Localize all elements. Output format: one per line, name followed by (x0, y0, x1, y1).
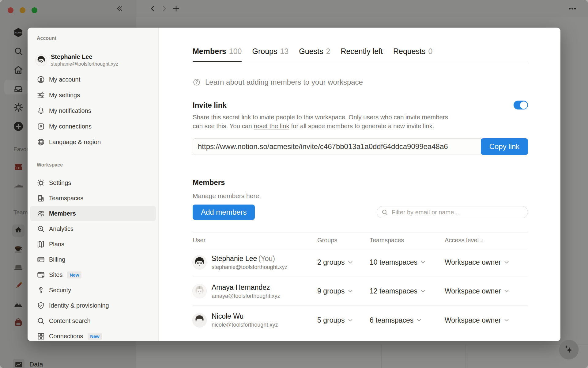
grid-squares-icon (37, 332, 45, 340)
tab-recently-left[interactable]: Recently left (341, 47, 383, 62)
chevron-down-icon (421, 290, 425, 293)
table-row: Stephanie Lee (You) stephanie@toolsforth… (193, 248, 528, 277)
chevron-down-icon (348, 261, 352, 264)
chevron-down-icon (504, 290, 509, 293)
members-section-subtitle: Manage members here. (193, 192, 528, 200)
sidebar-item-my-connections[interactable]: My connections (30, 119, 156, 134)
column-header-user[interactable]: User (193, 237, 317, 244)
avatar (193, 313, 206, 327)
sidebar-item-sites[interactable]: Sites New (30, 267, 156, 282)
shield-check-icon (37, 301, 45, 310)
credit-card-icon (37, 255, 45, 264)
groups-dropdown[interactable]: 5 groups (317, 316, 370, 324)
sidebar-item-language-region[interactable]: Language & region (30, 134, 156, 150)
sidebar-item-teamspaces[interactable]: Teamspaces (30, 190, 156, 206)
tab-guests[interactable]: Guests2 (299, 47, 330, 62)
invite-link-description: Share this secret link to invite people … (193, 113, 455, 130)
settings-modal: Account Stephanie Lee stephanie@toolsfor… (28, 28, 560, 341)
settings-content: Members100 Groups13 Guests2 Recently lef… (159, 28, 560, 341)
key-icon (37, 286, 45, 294)
sparkles-icon (564, 344, 574, 355)
chevron-down-icon (348, 290, 352, 293)
ai-assistant-button[interactable] (559, 339, 579, 360)
globe-icon (37, 138, 45, 146)
account-user-row[interactable]: Stephanie Lee stephanie@toolsforthought.… (36, 53, 158, 67)
teamspaces-dropdown[interactable]: 10 teamspaces (370, 258, 445, 266)
map-icon (37, 240, 45, 248)
person-circle-icon (37, 75, 45, 84)
new-badge: New (67, 271, 81, 278)
chevron-down-icon (421, 261, 425, 264)
groups-dropdown[interactable]: 9 groups (317, 287, 370, 295)
sidebar-item-my-notifications[interactable]: My notifications (30, 103, 156, 119)
column-header-access-level[interactable]: Access level↓ (445, 237, 528, 244)
chevron-down-icon (504, 319, 509, 322)
browser-cursor-icon (37, 271, 45, 279)
sidebar-item-connections[interactable]: Connections New (30, 328, 156, 341)
question-circle-icon (193, 78, 201, 86)
magnifier-sparkle-icon (37, 225, 45, 233)
filter-members-input[interactable] (391, 209, 523, 216)
chevron-down-icon (417, 319, 421, 322)
sidebar-item-billing[interactable]: Billing (30, 252, 156, 267)
table-row: Amaya Hernandez amaya@toolsforthought.xy… (193, 277, 528, 306)
copy-link-button[interactable]: Copy link (481, 138, 528, 155)
invite-link-toggle[interactable] (514, 101, 528, 109)
teamspaces-dropdown[interactable]: 12 teamspaces (370, 287, 445, 295)
avatar (193, 255, 206, 269)
bell-icon (37, 107, 45, 115)
new-badge: New (88, 333, 102, 340)
search-icon (381, 209, 388, 216)
sidebar-item-plans[interactable]: Plans (30, 236, 156, 252)
chevron-down-icon (348, 319, 352, 322)
gear-icon (37, 179, 45, 187)
column-header-groups[interactable]: Groups (317, 237, 370, 244)
tab-members[interactable]: Members100 (193, 47, 242, 62)
add-members-button[interactable]: Add members (193, 205, 255, 220)
reset-link[interactable]: reset the link (254, 122, 289, 129)
sidebar-item-content-search[interactable]: Content search (30, 313, 156, 328)
filter-members-field[interactable] (377, 206, 528, 218)
tab-requests[interactable]: Requests0 (393, 47, 433, 62)
access-level-dropdown[interactable]: Workspace owner (445, 316, 528, 324)
members-tabs: Members100 Groups13 Guests2 Recently lef… (193, 47, 528, 62)
sidebar-item-analytics[interactable]: Analytics (30, 221, 156, 236)
magnifier-icon (37, 317, 45, 325)
invite-link-title: Invite link (193, 101, 227, 109)
avatar (193, 284, 206, 298)
building-icon (37, 194, 45, 202)
access-level-dropdown[interactable]: Workspace owner (445, 287, 528, 295)
invite-link-input[interactable] (193, 138, 483, 155)
sidebar-item-settings[interactable]: Settings (30, 175, 156, 190)
sidebar-item-members[interactable]: Members (30, 206, 156, 221)
sidebar-item-identity-provisioning[interactable]: Identity & provisioning (30, 298, 156, 313)
app-window: ACME Favorites Teamspaces Data Data Home (0, 0, 588, 368)
account-user-email: stephanie@toolsforthought.xyz (51, 61, 118, 67)
sidebar-item-my-settings[interactable]: My settings (30, 87, 156, 103)
settings-sidebar: Account Stephanie Lee stephanie@toolsfor… (28, 28, 159, 341)
sort-descending-icon: ↓ (481, 237, 484, 243)
tab-groups[interactable]: Groups13 (252, 47, 288, 62)
groups-dropdown[interactable]: 2 groups (317, 258, 370, 266)
people-icon (37, 209, 45, 218)
column-header-teamspaces[interactable]: Teamspaces (370, 237, 445, 244)
sliders-icon (37, 91, 45, 99)
arrow-up-right-square-icon (37, 122, 45, 131)
sidebar-item-security[interactable]: Security (30, 282, 156, 298)
access-level-dropdown[interactable]: Workspace owner (445, 258, 528, 266)
table-row: Nicole Wu nicole@toolsforthought.xyz 5 g… (193, 306, 528, 335)
account-user-name: Stephanie Lee (51, 53, 118, 60)
members-section-title: Members (193, 178, 528, 187)
account-section-label: Account (37, 36, 158, 41)
sidebar-item-my-account[interactable]: My account (30, 72, 156, 87)
workspace-section-label: Workspace (37, 162, 158, 168)
teamspaces-dropdown[interactable]: 6 teamspaces (370, 316, 445, 324)
members-table: User Groups Teamspaces Access level↓ Ste… (193, 232, 528, 335)
avatar (36, 55, 47, 66)
chevron-down-icon (504, 261, 509, 264)
learn-about-members-link[interactable]: Learn about adding members to your works… (193, 78, 528, 86)
